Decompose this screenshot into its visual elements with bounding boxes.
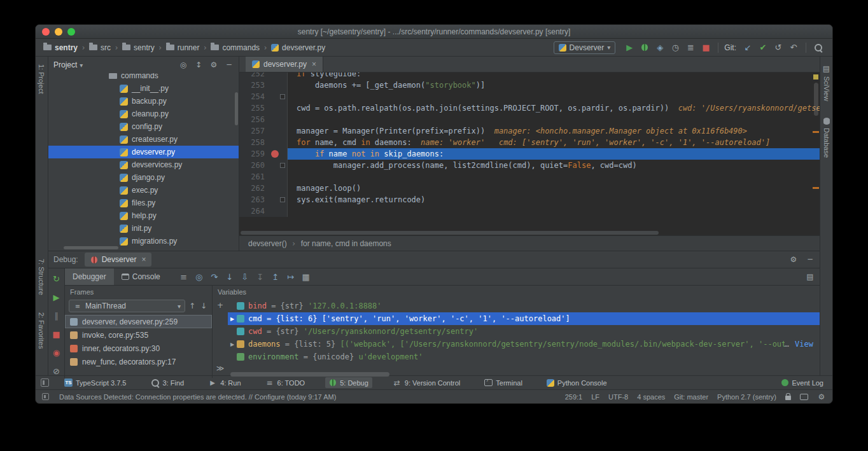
pause-button[interactable]: ∥ <box>50 309 64 323</box>
project-vertical-scrollbar[interactable] <box>235 92 238 125</box>
editor-horizontal-scrollbar[interactable] <box>239 230 820 235</box>
line-number[interactable]: 258 <box>239 137 269 148</box>
stripe-button-2-favorites[interactable]: 2: Favorites <box>38 312 45 349</box>
close-session-icon[interactable]: × <box>141 255 146 264</box>
status-item-python-2-7-sentry[interactable]: Python 2.7 (sentry) <box>717 393 776 401</box>
line-number[interactable]: 260 <box>239 160 269 171</box>
lock-icon[interactable] <box>785 396 791 400</box>
status-message[interactable]: Data Sources Detected: Connection proper… <box>59 393 556 401</box>
frame-item[interactable]: invoke, core.py:535 <box>65 328 212 342</box>
debug-session-tab[interactable]: Devserver × <box>85 253 152 267</box>
stop-button[interactable]: ■ <box>698 41 713 55</box>
variable-row-environment[interactable]: environment = {unicode} u'development' <box>228 350 820 363</box>
force-step-into-button[interactable]: ↧ <box>253 270 267 284</box>
tree-item-django-py[interactable]: django.py <box>48 171 239 184</box>
zoom-window-button[interactable] <box>67 28 75 36</box>
stripe-button-7-structure[interactable]: 7: Structure <box>38 259 45 295</box>
layout-settings-icon[interactable]: ▤ <box>806 272 815 281</box>
code-text[interactable] <box>288 114 820 125</box>
code-text[interactable]: for name, cmd in daemons: name: 'worker'… <box>288 137 820 148</box>
error-stripe-mark[interactable] <box>813 187 819 189</box>
line-number[interactable]: 253 <box>239 80 269 91</box>
tree-item-init-py[interactable]: __init__.py <box>48 82 239 95</box>
step-into-button[interactable]: ↓ <box>223 270 237 284</box>
stripe-button-1-project[interactable]: 1: Project <box>38 64 45 94</box>
breadcrumb-item-commands[interactable]: commands <box>209 43 261 52</box>
show-execution-point-button[interactable]: ◎ <box>192 270 206 284</box>
toolwindow-button-event-log[interactable]: Event Log <box>778 378 827 388</box>
debug-tab-console[interactable]: Console <box>114 268 168 285</box>
run-config-selector[interactable]: Devserver ▾ <box>554 41 616 54</box>
resume-button[interactable]: ▶ <box>50 290 64 304</box>
scrollbar-thumb[interactable] <box>241 231 659 235</box>
breadcrumb-item-runner[interactable]: runner <box>165 43 201 52</box>
toolwindow-button-3-find[interactable]: 3: Find <box>147 377 188 389</box>
expand-watches-icon[interactable]: ≫ <box>216 364 225 373</box>
breakpoint-icon[interactable] <box>271 150 279 158</box>
view-link[interactable]: View <box>795 340 813 349</box>
thread-selector[interactable]: ≡ MainThread ▾ <box>69 300 185 312</box>
tree-item-config-py[interactable]: config.py <box>48 120 239 133</box>
add-watch-button[interactable]: + <box>216 301 225 310</box>
expander-icon[interactable]: ▶ <box>228 316 237 322</box>
toolwindow-button-terminal[interactable]: Terminal <box>480 378 526 388</box>
show-history-button[interactable]: ↺ <box>771 41 786 55</box>
toolwindow-button-4-run[interactable]: ▶4: Run <box>204 377 244 389</box>
toolwindow-switcher-icon[interactable] <box>41 378 49 387</box>
code-text[interactable] <box>288 91 820 102</box>
gear-icon[interactable]: ⚙ <box>789 255 798 264</box>
line-number[interactable]: 264 <box>239 205 269 217</box>
variable-row-cwd[interactable]: cwd = {str} '/Users/ryanskonnord/getsent… <box>228 325 820 338</box>
debug-tab-debugger[interactable]: Debugger <box>65 268 114 285</box>
fold-marker-icon[interactable] <box>280 163 285 168</box>
collapse-all-button[interactable]: ↕ <box>194 60 203 69</box>
previous-frame-button[interactable]: ↑ <box>188 302 197 310</box>
line-number[interactable]: 252 <box>239 73 269 80</box>
search-everywhere-button[interactable] <box>811 41 826 55</box>
tree-item-devservices-py[interactable]: devservices.py <box>48 158 239 171</box>
line-number[interactable]: 259 <box>239 148 269 160</box>
breadcrumb-for-name-cmd-in-daemons[interactable]: for name, cmd in daemons <box>301 239 391 248</box>
next-frame-button[interactable]: ↓ <box>199 302 208 310</box>
run-to-cursor-button[interactable]: ↦ <box>284 270 298 284</box>
breadcrumb-devserver[interactable]: devserver() <box>248 239 287 248</box>
frame-item[interactable]: inner, decorators.py:30 <box>65 342 212 355</box>
code-text[interactable] <box>288 171 820 183</box>
minimize-window-button[interactable] <box>55 28 62 36</box>
line-number[interactable]: 256 <box>239 114 269 125</box>
code-text[interactable]: cwd = os.path.realpath(os.path.join(sett… <box>288 102 820 114</box>
step-into-my-code-button[interactable]: ⇩ <box>238 270 252 284</box>
line-number[interactable]: 254 <box>239 91 269 102</box>
line-number[interactable]: 261 <box>239 171 269 183</box>
tree-item-cleanup-py[interactable]: cleanup.py <box>48 108 239 120</box>
toolwindow-button-5-debug[interactable]: 5: Debug <box>325 377 372 388</box>
step-over-button[interactable]: ↷ <box>207 270 221 284</box>
toolwindow-button-python-console[interactable]: Python Console <box>543 378 611 388</box>
gear-icon[interactable]: ⚙ <box>209 60 218 69</box>
breadcrumb-item-src[interactable]: src <box>88 43 112 52</box>
frame-item[interactable]: new_func, decorators.py:17 <box>65 355 212 368</box>
profiler-button[interactable]: ◷ <box>668 41 683 55</box>
editor-scrollbar-thumb[interactable] <box>814 83 818 116</box>
run-button[interactable]: ▶ <box>622 41 637 55</box>
tree-item-exec-py[interactable]: exec.py <box>48 184 239 197</box>
tree-item-migrations-py[interactable]: migrations.py <box>48 235 239 247</box>
fold-marker-icon[interactable] <box>280 197 285 202</box>
code-text[interactable]: manager.add_process(name, list2cmdline(c… <box>288 160 820 171</box>
breadcrumb-item-sentry[interactable]: sentry <box>121 43 156 52</box>
variables-scrollbar[interactable] <box>230 372 389 377</box>
line-number[interactable]: 262 <box>239 183 269 194</box>
tree-item-help-py[interactable]: help.py <box>48 209 239 222</box>
tree-item-files-py[interactable]: files.py <box>48 197 239 209</box>
tree-item-devserver-py[interactable]: devserver.py <box>48 146 239 158</box>
code-text[interactable]: if name not in skip_daemons: <box>288 148 820 160</box>
breadcrumb-item-sentry[interactable]: sentry <box>42 43 79 52</box>
line-number[interactable]: 257 <box>239 125 269 137</box>
breadcrumb-item-devserver-py[interactable]: devserver.py <box>270 43 326 52</box>
line-number[interactable]: 255 <box>239 102 269 114</box>
close-window-button[interactable] <box>42 28 50 36</box>
tree-item-init-py[interactable]: init.py <box>48 222 239 235</box>
debug-button[interactable] <box>637 41 652 55</box>
toolwindow-button-typescript-3-7-5[interactable]: TSTypeScript 3.7.5 <box>60 377 130 388</box>
error-stripe-warning-mark[interactable] <box>813 74 818 80</box>
